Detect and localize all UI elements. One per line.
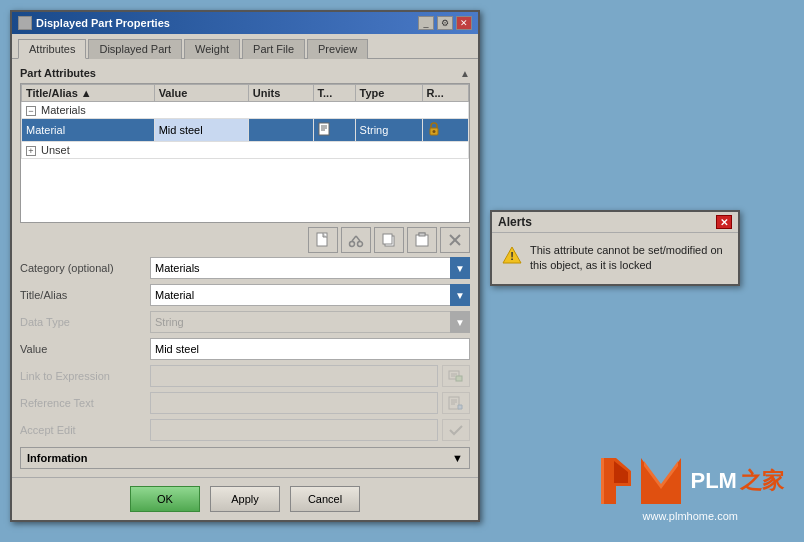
copy-button[interactable] <box>374 227 404 253</box>
value-input[interactable] <box>150 338 470 360</box>
dialog-controls: _ ⚙ ✕ <box>418 16 472 30</box>
svg-rect-31 <box>601 458 604 504</box>
data-type-label: Data Type <box>20 316 150 328</box>
lock-icon <box>427 121 441 137</box>
col-title: Title/Alias ▲ <box>22 85 155 102</box>
copy-icon <box>381 232 397 248</box>
svg-point-7 <box>350 242 355 247</box>
new-button[interactable] <box>308 227 338 253</box>
tab-attributes[interactable]: Attributes <box>18 39 86 59</box>
information-section[interactable]: Information ▼ <box>20 447 470 469</box>
title-icon <box>18 16 32 30</box>
svg-marker-32 <box>641 458 681 504</box>
plm-brand-text: PLM <box>690 468 736 493</box>
ok-button[interactable]: OK <box>130 486 200 512</box>
svg-marker-26 <box>458 405 462 409</box>
category-select[interactable]: Materials <box>150 257 470 279</box>
plm-text: PLM 之家 <box>690 466 784 496</box>
reference-text-row: Reference Text <box>20 392 470 414</box>
reference-text-input <box>150 392 438 414</box>
table-row[interactable]: + Unset <box>22 142 469 159</box>
table-row[interactable]: Material Mid steel String <box>22 119 469 142</box>
title-select-wrapper: Material ▼ <box>150 284 470 306</box>
delete-button[interactable] <box>440 227 470 253</box>
svg-rect-14 <box>416 235 428 246</box>
group-unset: + Unset <box>22 142 469 159</box>
reference-text-browse-button <box>442 392 470 414</box>
svg-point-5 <box>432 130 435 133</box>
apply-button[interactable]: Apply <box>210 486 280 512</box>
sort-icon: ▲ <box>81 87 92 99</box>
col-t: T... <box>313 85 355 102</box>
alerts-message: This attribute cannot be set/modified on… <box>530 243 728 274</box>
tab-displayed-part[interactable]: Displayed Part <box>88 39 182 59</box>
tab-part-file[interactable]: Part File <box>242 39 305 59</box>
cancel-button[interactable]: Cancel <box>290 486 360 512</box>
col-r: R... <box>422 85 468 102</box>
collapse-icon[interactable]: − <box>26 106 36 116</box>
scissors-icon <box>348 232 364 248</box>
group-materials: − Materials <box>22 102 469 119</box>
link-expression-row: Link to Expression <box>20 365 470 387</box>
warning-icon: ! <box>502 245 522 265</box>
dialog-body: Part Attributes ▲ Title/Alias ▲ Value Un… <box>12 59 478 477</box>
minimize-button[interactable]: _ <box>418 16 434 30</box>
reference-text-label: Reference Text <box>20 397 150 409</box>
data-type-row: Data Type String ▼ <box>20 311 470 333</box>
category-label: Category (optional) <box>20 262 150 274</box>
expand-icon[interactable]: + <box>26 146 36 156</box>
accept-edit-input <box>150 419 438 441</box>
alerts-dialog: Alerts ✕ ! This attribute cannot be set/… <box>490 210 740 286</box>
title-alias-select[interactable]: Material <box>150 284 470 306</box>
plm-zh-text: 之家 <box>740 468 784 493</box>
alerts-close-button[interactable]: ✕ <box>716 215 732 229</box>
value-row: Value <box>20 338 470 360</box>
browse-icon <box>448 368 464 384</box>
accept-edit-field-group <box>150 419 470 441</box>
category-select-wrapper: Materials ▼ <box>150 257 470 279</box>
accept-edit-row: Accept Edit <box>20 419 470 441</box>
plm-logo: PLM 之家 <box>596 456 784 506</box>
section-header: Part Attributes ▲ <box>20 67 470 79</box>
table-row[interactable]: − Materials <box>22 102 469 119</box>
section-title: Part Attributes <box>20 67 96 79</box>
accept-edit-label: Accept Edit <box>20 424 150 436</box>
paste-button[interactable] <box>407 227 437 253</box>
cell-title: Material <box>22 119 155 142</box>
data-type-select-wrapper: String ▼ <box>150 311 470 333</box>
svg-rect-0 <box>319 123 329 135</box>
attributes-table: Title/Alias ▲ Value Units T... Type R...… <box>21 84 469 159</box>
svg-point-8 <box>358 242 363 247</box>
svg-rect-6 <box>317 233 327 246</box>
col-units: Units <box>248 85 313 102</box>
link-expression-field-group <box>150 365 470 387</box>
attributes-table-wrapper: Title/Alias ▲ Value Units T... Type R...… <box>20 83 470 223</box>
cell-value: Mid steel <box>154 119 248 142</box>
alerts-title: Alerts <box>498 215 532 229</box>
cell-locked <box>422 119 468 142</box>
dialog-footer: OK Apply Cancel <box>12 477 478 520</box>
tab-preview[interactable]: Preview <box>307 39 368 59</box>
cell-t <box>313 119 355 142</box>
svg-line-10 <box>356 236 360 241</box>
plm-watermark: PLM 之家 www.plmhome.com <box>596 456 784 522</box>
plm-logo-p-icon <box>596 456 636 506</box>
toolbar <box>20 227 470 253</box>
alerts-titlebar: Alerts ✕ <box>492 212 738 233</box>
new-icon <box>315 232 331 248</box>
cell-units <box>248 119 313 142</box>
cut-button[interactable] <box>341 227 371 253</box>
svg-rect-21 <box>456 376 462 381</box>
checkmark-icon <box>448 422 464 438</box>
dialog-titlebar: Displayed Part Properties _ ⚙ ✕ <box>12 12 478 34</box>
settings-button[interactable]: ⚙ <box>437 16 453 30</box>
close-button[interactable]: ✕ <box>456 16 472 30</box>
data-type-select: String <box>150 311 470 333</box>
plm-url: www.plmhome.com <box>643 510 738 522</box>
tab-weight[interactable]: Weight <box>184 39 240 59</box>
link-expression-label: Link to Expression <box>20 370 150 382</box>
ref-browse-icon <box>448 395 464 411</box>
svg-rect-12 <box>383 234 392 244</box>
col-type: Type <box>355 85 422 102</box>
link-expression-input <box>150 365 438 387</box>
